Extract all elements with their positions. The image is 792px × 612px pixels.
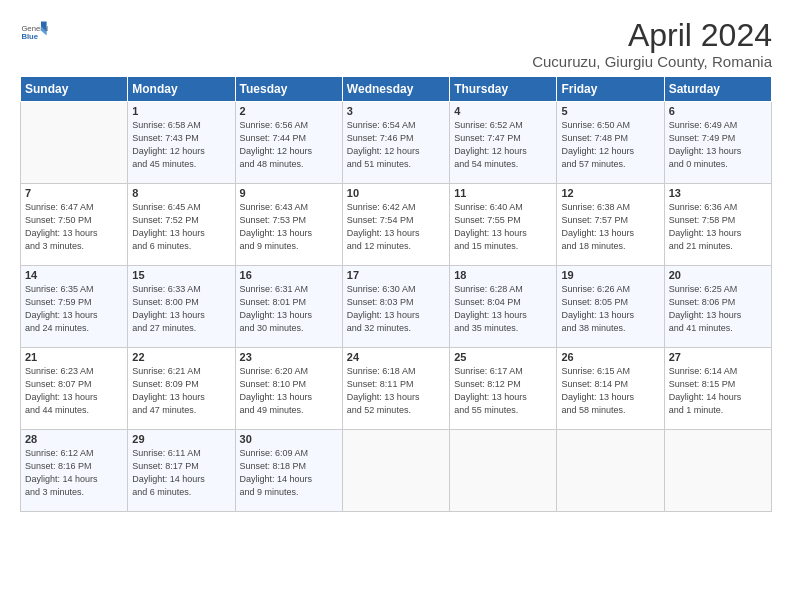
day-info: Sunrise: 6:54 AM Sunset: 7:46 PM Dayligh… — [347, 119, 445, 171]
day-cell: 27Sunrise: 6:14 AM Sunset: 8:15 PM Dayli… — [664, 348, 771, 430]
header-wednesday: Wednesday — [342, 77, 449, 102]
week-row-2: 7Sunrise: 6:47 AM Sunset: 7:50 PM Daylig… — [21, 184, 772, 266]
day-info: Sunrise: 6:47 AM Sunset: 7:50 PM Dayligh… — [25, 201, 123, 253]
day-cell — [342, 430, 449, 512]
day-cell: 26Sunrise: 6:15 AM Sunset: 8:14 PM Dayli… — [557, 348, 664, 430]
day-number: 17 — [347, 269, 445, 281]
svg-text:Blue: Blue — [21, 32, 38, 41]
day-info: Sunrise: 6:31 AM Sunset: 8:01 PM Dayligh… — [240, 283, 338, 335]
logo-icon: General Blue — [20, 18, 48, 46]
day-number: 28 — [25, 433, 123, 445]
day-number: 1 — [132, 105, 230, 117]
header-sunday: Sunday — [21, 77, 128, 102]
day-cell: 11Sunrise: 6:40 AM Sunset: 7:55 PM Dayli… — [450, 184, 557, 266]
day-number: 16 — [240, 269, 338, 281]
calendar-table: Sunday Monday Tuesday Wednesday Thursday… — [20, 76, 772, 512]
day-cell — [557, 430, 664, 512]
day-info: Sunrise: 6:20 AM Sunset: 8:10 PM Dayligh… — [240, 365, 338, 417]
day-number: 6 — [669, 105, 767, 117]
calendar-header: Sunday Monday Tuesday Wednesday Thursday… — [21, 77, 772, 102]
day-number: 2 — [240, 105, 338, 117]
day-cell: 3Sunrise: 6:54 AM Sunset: 7:46 PM Daylig… — [342, 102, 449, 184]
day-number: 24 — [347, 351, 445, 363]
day-cell: 22Sunrise: 6:21 AM Sunset: 8:09 PM Dayli… — [128, 348, 235, 430]
day-info: Sunrise: 6:14 AM Sunset: 8:15 PM Dayligh… — [669, 365, 767, 417]
week-row-3: 14Sunrise: 6:35 AM Sunset: 7:59 PM Dayli… — [21, 266, 772, 348]
day-cell: 14Sunrise: 6:35 AM Sunset: 7:59 PM Dayli… — [21, 266, 128, 348]
title-block: April 2024 Cucuruzu, Giurgiu County, Rom… — [532, 18, 772, 70]
day-info: Sunrise: 6:12 AM Sunset: 8:16 PM Dayligh… — [25, 447, 123, 499]
day-info: Sunrise: 6:15 AM Sunset: 8:14 PM Dayligh… — [561, 365, 659, 417]
day-info: Sunrise: 6:18 AM Sunset: 8:11 PM Dayligh… — [347, 365, 445, 417]
day-number: 29 — [132, 433, 230, 445]
day-cell: 28Sunrise: 6:12 AM Sunset: 8:16 PM Dayli… — [21, 430, 128, 512]
day-number: 27 — [669, 351, 767, 363]
day-cell: 4Sunrise: 6:52 AM Sunset: 7:47 PM Daylig… — [450, 102, 557, 184]
day-number: 9 — [240, 187, 338, 199]
day-number: 10 — [347, 187, 445, 199]
day-cell: 12Sunrise: 6:38 AM Sunset: 7:57 PM Dayli… — [557, 184, 664, 266]
day-info: Sunrise: 6:33 AM Sunset: 8:00 PM Dayligh… — [132, 283, 230, 335]
day-cell: 2Sunrise: 6:56 AM Sunset: 7:44 PM Daylig… — [235, 102, 342, 184]
day-cell: 25Sunrise: 6:17 AM Sunset: 8:12 PM Dayli… — [450, 348, 557, 430]
header-saturday: Saturday — [664, 77, 771, 102]
day-cell: 7Sunrise: 6:47 AM Sunset: 7:50 PM Daylig… — [21, 184, 128, 266]
day-cell: 6Sunrise: 6:49 AM Sunset: 7:49 PM Daylig… — [664, 102, 771, 184]
day-info: Sunrise: 6:35 AM Sunset: 7:59 PM Dayligh… — [25, 283, 123, 335]
day-info: Sunrise: 6:25 AM Sunset: 8:06 PM Dayligh… — [669, 283, 767, 335]
day-cell: 19Sunrise: 6:26 AM Sunset: 8:05 PM Dayli… — [557, 266, 664, 348]
day-number: 3 — [347, 105, 445, 117]
day-number: 19 — [561, 269, 659, 281]
day-info: Sunrise: 6:23 AM Sunset: 8:07 PM Dayligh… — [25, 365, 123, 417]
day-number: 12 — [561, 187, 659, 199]
day-info: Sunrise: 6:36 AM Sunset: 7:58 PM Dayligh… — [669, 201, 767, 253]
day-cell: 5Sunrise: 6:50 AM Sunset: 7:48 PM Daylig… — [557, 102, 664, 184]
day-number: 14 — [25, 269, 123, 281]
day-info: Sunrise: 6:21 AM Sunset: 8:09 PM Dayligh… — [132, 365, 230, 417]
day-cell: 8Sunrise: 6:45 AM Sunset: 7:52 PM Daylig… — [128, 184, 235, 266]
day-cell — [21, 102, 128, 184]
day-cell: 20Sunrise: 6:25 AM Sunset: 8:06 PM Dayli… — [664, 266, 771, 348]
day-number: 4 — [454, 105, 552, 117]
day-cell: 30Sunrise: 6:09 AM Sunset: 8:18 PM Dayli… — [235, 430, 342, 512]
day-info: Sunrise: 6:56 AM Sunset: 7:44 PM Dayligh… — [240, 119, 338, 171]
week-row-4: 21Sunrise: 6:23 AM Sunset: 8:07 PM Dayli… — [21, 348, 772, 430]
day-info: Sunrise: 6:50 AM Sunset: 7:48 PM Dayligh… — [561, 119, 659, 171]
day-info: Sunrise: 6:26 AM Sunset: 8:05 PM Dayligh… — [561, 283, 659, 335]
day-cell: 16Sunrise: 6:31 AM Sunset: 8:01 PM Dayli… — [235, 266, 342, 348]
day-cell: 10Sunrise: 6:42 AM Sunset: 7:54 PM Dayli… — [342, 184, 449, 266]
calendar-body: 1Sunrise: 6:58 AM Sunset: 7:43 PM Daylig… — [21, 102, 772, 512]
day-info: Sunrise: 6:09 AM Sunset: 8:18 PM Dayligh… — [240, 447, 338, 499]
day-info: Sunrise: 6:58 AM Sunset: 7:43 PM Dayligh… — [132, 119, 230, 171]
day-number: 21 — [25, 351, 123, 363]
day-cell: 13Sunrise: 6:36 AM Sunset: 7:58 PM Dayli… — [664, 184, 771, 266]
day-number: 7 — [25, 187, 123, 199]
day-number: 11 — [454, 187, 552, 199]
logo: General Blue — [20, 18, 50, 46]
week-row-1: 1Sunrise: 6:58 AM Sunset: 7:43 PM Daylig… — [21, 102, 772, 184]
day-cell: 15Sunrise: 6:33 AM Sunset: 8:00 PM Dayli… — [128, 266, 235, 348]
day-cell — [450, 430, 557, 512]
day-number: 5 — [561, 105, 659, 117]
day-number: 26 — [561, 351, 659, 363]
day-number: 18 — [454, 269, 552, 281]
day-number: 15 — [132, 269, 230, 281]
day-info: Sunrise: 6:42 AM Sunset: 7:54 PM Dayligh… — [347, 201, 445, 253]
day-cell — [664, 430, 771, 512]
day-number: 13 — [669, 187, 767, 199]
day-number: 23 — [240, 351, 338, 363]
header-friday: Friday — [557, 77, 664, 102]
day-cell: 18Sunrise: 6:28 AM Sunset: 8:04 PM Dayli… — [450, 266, 557, 348]
calendar-subtitle: Cucuruzu, Giurgiu County, Romania — [532, 53, 772, 70]
day-cell: 21Sunrise: 6:23 AM Sunset: 8:07 PM Dayli… — [21, 348, 128, 430]
day-info: Sunrise: 6:52 AM Sunset: 7:47 PM Dayligh… — [454, 119, 552, 171]
header-row: Sunday Monday Tuesday Wednesday Thursday… — [21, 77, 772, 102]
day-info: Sunrise: 6:40 AM Sunset: 7:55 PM Dayligh… — [454, 201, 552, 253]
day-cell: 1Sunrise: 6:58 AM Sunset: 7:43 PM Daylig… — [128, 102, 235, 184]
day-number: 22 — [132, 351, 230, 363]
day-number: 20 — [669, 269, 767, 281]
header-thursday: Thursday — [450, 77, 557, 102]
header-tuesday: Tuesday — [235, 77, 342, 102]
header-monday: Monday — [128, 77, 235, 102]
day-info: Sunrise: 6:28 AM Sunset: 8:04 PM Dayligh… — [454, 283, 552, 335]
